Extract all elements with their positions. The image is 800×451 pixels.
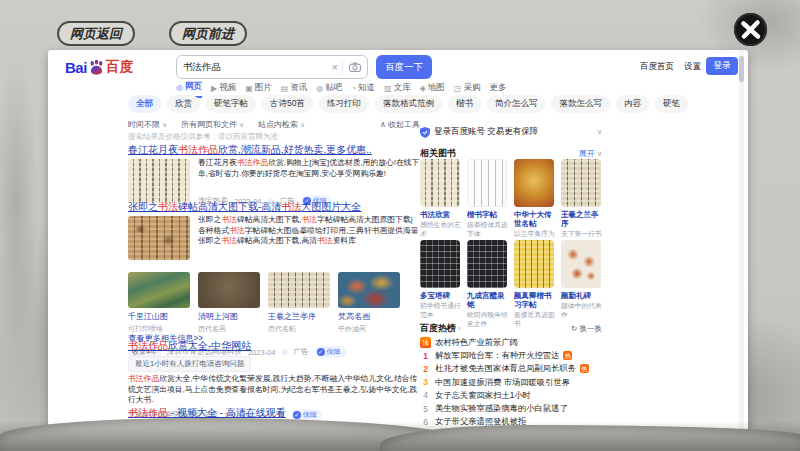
- hot-item[interactable]: 4 女子忘关窗回家扫土1小时: [420, 389, 602, 402]
- related-image-card[interactable]: 梵高名画 中外油画: [338, 272, 400, 334]
- login-button[interactable]: 登录: [706, 57, 738, 75]
- shield-icon: [420, 127, 430, 138]
- chevron-down-icon: ∨: [162, 121, 167, 128]
- thumb-qianli-jiangshan: [128, 272, 190, 308]
- result-title-link[interactable]: 书法作品欣赏大全-中华网站: [128, 339, 420, 352]
- book-card[interactable]: 王羲之兰亭序 天下第一行书: [561, 159, 603, 247]
- hot-item[interactable]: 1 解放军回呛台军：有种开火控雷达 热: [420, 349, 602, 362]
- filter-chip[interactable]: 硬笔字帖: [206, 95, 256, 113]
- filter-chip[interactable]: 简介怎么写: [487, 95, 546, 113]
- filter-chip[interactable]: 欣赏: [167, 95, 200, 113]
- hot-badge: 热: [563, 351, 572, 360]
- filter-chip[interactable]: 练习打印: [319, 95, 369, 113]
- result-title-link[interactable]: 春江花月夜书法作品欣赏,潮流新品,好货热卖,更多优惠..: [128, 143, 420, 156]
- hot-item[interactable]: 2 杜兆才被免去国家体育总局副局长职务 热: [420, 362, 602, 375]
- image-icon: ▣: [245, 84, 253, 93]
- hot-item[interactable]: 3 中国加速提振消费 市场回暖吸引世界: [420, 376, 602, 389]
- chevron-up-icon: ∧: [380, 120, 386, 129]
- result-title-link[interactable]: 书法作品 - 视频大全 - 高清在线观看: [128, 406, 420, 419]
- close-icon: [732, 11, 769, 48]
- search-submit-button[interactable]: 百度一下: [376, 55, 432, 79]
- web-icon: ◎: [176, 83, 183, 92]
- book-cover: [420, 159, 460, 207]
- thumb-lanting-xu: [268, 272, 330, 308]
- book-card[interactable]: 楷书字帖 描摹楷体真迹字体: [467, 159, 509, 247]
- expand-button[interactable]: 展开 ∨: [579, 148, 602, 159]
- login-banner-text: 登录百度账号 交易更有保障: [434, 126, 538, 138]
- hot-item[interactable]: 顶 农村特色产业前景广阔: [420, 336, 602, 349]
- book-card[interactable]: 颜勤礼碑 颜体中的代表作: [561, 240, 603, 328]
- book-card[interactable]: 多宝塔碑 初学楷书通行范本: [420, 240, 462, 328]
- related-image-card[interactable]: 王羲之兰亭序 历代名帖: [268, 272, 330, 334]
- result-description: 春江花月夜书法作品欣赏,购物上[淘宝]优选材质,用的放心!在线下单,省时省力.你…: [198, 158, 420, 191]
- baidu-logo[interactable]: Bai 百度: [65, 58, 134, 76]
- page-forward-button[interactable]: 网页前进: [169, 21, 247, 46]
- result-thumbnail-calligraphy[interactable]: [128, 159, 190, 203]
- arrow-right-icon: ›: [458, 324, 461, 333]
- filter-chip[interactable]: 硬笔: [655, 95, 688, 113]
- hot-header-title[interactable]: 百度热榜: [420, 322, 456, 335]
- pinned-badge: 顶: [420, 337, 431, 348]
- result-description: 张即之书法碑帖高清大图下载,书法字帖碑帖高清大图原图下载|各种格式书法字帖碑帖大…: [198, 215, 420, 257]
- filter-chip[interactable]: 落款怎么写: [551, 95, 610, 113]
- result-title-link[interactable]: 张即之书法碑帖高清大图下载-高清书法大图图片大全: [128, 200, 420, 213]
- search-result: 春江花月夜书法作品欣赏,潮流新品,好货热卖,更多优惠.. 春江花月夜书法作品欣赏…: [128, 143, 420, 207]
- refresh-hot-button[interactable]: ↻ 换一换: [571, 324, 602, 334]
- thumb-van-gogh: [338, 272, 400, 308]
- chevron-down-icon: ∨: [300, 121, 305, 128]
- call-activity-chip: 最近1小时有人拨打电话咨询问题: [128, 356, 251, 372]
- filter-chip[interactable]: 古诗50首: [262, 95, 313, 113]
- search-disclaimer: 搜索结果及价格仅供参考，请以商家官网为准: [128, 132, 278, 142]
- time-filter-dropdown[interactable]: 时间不限 ∨: [128, 119, 167, 130]
- book-card[interactable]: 九成宫醴泉铭 欧阳询晚年经意之作: [467, 240, 509, 328]
- chevron-down-icon: ∨: [597, 128, 602, 136]
- book-card[interactable]: 书法欣赏 感悟生命的艺术: [420, 159, 462, 247]
- baidu-home-link[interactable]: 百度首页: [640, 61, 674, 73]
- hot-section-header: 百度热榜 › ↻ 换一换: [420, 322, 602, 335]
- book-card[interactable]: 中华十大传世名帖 以兰亭集序为代表: [514, 159, 556, 247]
- related-image-row: 千里江山图 可打印喷绘 清明上河图 历代名画 王羲之兰亭序 历代名帖: [128, 272, 400, 334]
- book-cover: [514, 240, 554, 288]
- wenku-icon: ▥: [384, 84, 392, 93]
- filter-chip[interactable]: 内容: [616, 95, 649, 113]
- baidu-paw-icon: [88, 59, 105, 76]
- page-scrollbar: [739, 50, 744, 451]
- book-cover: [467, 159, 507, 207]
- refresh-icon: ↻: [571, 324, 577, 333]
- book-grid-row: 多宝塔碑 初学楷书通行范本 九成宫醴泉铭 欧阳询晚年经意之作 颜真卿楷书习字帖 …: [420, 240, 603, 328]
- browser-page: Bai 百度 × 百: [48, 50, 748, 451]
- book-cover: [467, 240, 507, 288]
- paper-wave-overlay: [380, 425, 800, 451]
- video-icon: ▶: [211, 84, 217, 93]
- filter-chip[interactable]: 全部: [128, 95, 161, 113]
- hot-item[interactable]: 5 美生物实验室感染病毒的小白鼠逃了: [420, 402, 602, 415]
- login-banner[interactable]: 登录百度账号 交易更有保障 ∨: [420, 126, 602, 138]
- camera-search-icon[interactable]: [343, 62, 367, 72]
- related-image-card[interactable]: 清明上河图 历代名画: [198, 272, 260, 334]
- filter-chip[interactable]: 楷书: [448, 95, 481, 113]
- search-input[interactable]: [177, 62, 328, 73]
- thumb-qingming-shanghe: [198, 272, 260, 308]
- clear-search-icon[interactable]: ×: [328, 61, 342, 73]
- logo-text-bai: Bai: [65, 59, 87, 76]
- collapse-tools-button[interactable]: ∧ 收起工具: [380, 119, 420, 130]
- book-cover: [561, 159, 601, 207]
- close-button[interactable]: [732, 11, 769, 48]
- filter-chip[interactable]: 落款格式范例: [375, 95, 442, 113]
- scrollbar-thumb[interactable]: [739, 56, 744, 82]
- search-result: 张即之书法碑帖高清大图下载-高清书法大图图片大全 张即之书法碑帖高清大图下载,书…: [128, 200, 420, 348]
- scope-filter-dropdown[interactable]: 所有网页和文件 ∨: [181, 119, 244, 130]
- related-image-card[interactable]: 千里江山图 可打印喷绘: [128, 272, 190, 334]
- hot-badge: 热: [580, 364, 589, 373]
- book-grid-row: 书法欣赏 感悟生命的艺术 楷书字帖 描摹楷体真迹字体 中华十大传世名帖 以兰亭集…: [420, 159, 603, 247]
- chevron-down-icon: ∨: [597, 150, 602, 157]
- settings-link[interactable]: 设置: [684, 61, 701, 73]
- tieba-icon: ◍: [316, 84, 323, 93]
- search-box: ×: [176, 55, 368, 79]
- chevron-down-icon: ∨: [239, 121, 244, 128]
- book-card[interactable]: 颜真卿楷书习字帖 最接近真迹图书: [514, 240, 556, 328]
- page-back-button[interactable]: 网页返回: [57, 21, 135, 46]
- result-description: 书法作品欣赏大全,中华传统文化繁荣发展,践行大趋势,不断融入中华幼儿文化,结合传…: [128, 374, 420, 406]
- result-thumbnail-calligraphy[interactable]: [128, 216, 190, 260]
- site-search-dropdown[interactable]: 站点内检索 ∨: [258, 119, 305, 130]
